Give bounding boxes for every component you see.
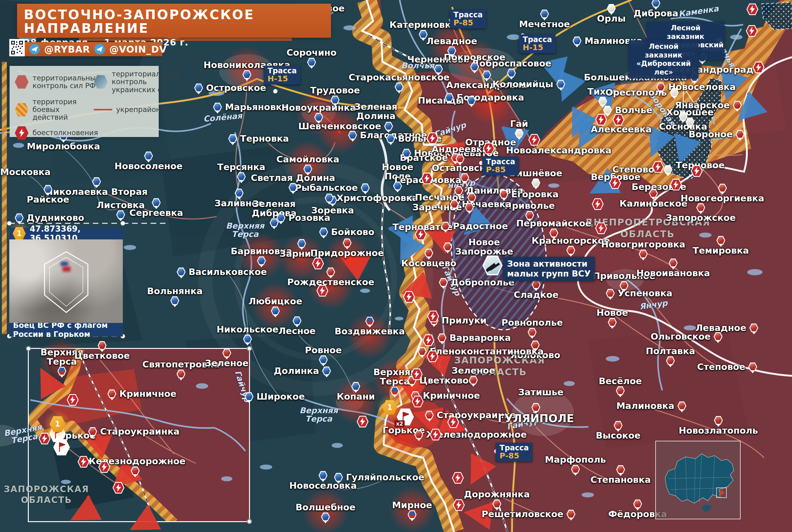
clash-icon: [452, 472, 464, 484]
town-marker-r: [566, 246, 576, 255]
town-label: Староукраинка: [100, 427, 180, 436]
town-marker-b: [331, 95, 340, 104]
town-label: Тихое: [587, 87, 618, 96]
town-marker-r: [616, 386, 625, 395]
town-label: Новое Запорожье: [455, 238, 513, 256]
clash-icon: [670, 178, 682, 191]
town-label: Прилуки: [441, 316, 487, 325]
photo-caption: Боец ВС РФ с флагом России в Горьком: [9, 323, 123, 337]
town-marker-b: [540, 9, 549, 19]
town-marker-r: [467, 193, 476, 202]
clash-icon: [528, 134, 541, 146]
town-label: Коломийцы: [492, 79, 553, 89]
town-label: Терновка: [240, 134, 289, 143]
town-label: Степовое: [697, 362, 745, 372]
clash-icon: [447, 416, 459, 429]
town-label: Мирное: [392, 500, 432, 510]
town-label: Полтавка: [646, 346, 695, 356]
town-marker-r: [735, 130, 745, 139]
rf-hex-icon: [15, 75, 29, 89]
town-label: Шевченковское: [298, 121, 381, 131]
town-marker-b: [402, 149, 411, 158]
clash-icon: [98, 461, 110, 473]
town-label: Христофоровка: [337, 193, 418, 203]
town-marker-b: [314, 113, 323, 122]
town-label: Любицкое: [248, 297, 302, 306]
town-marker-b: [322, 366, 331, 376]
town-label: Вороное: [689, 130, 733, 139]
town-label: Малиновка: [616, 401, 675, 411]
clash-icon: [691, 165, 703, 177]
town-marker-b: [170, 296, 180, 305]
qr-code: [9, 39, 25, 56]
fortified-line-icon: [94, 109, 112, 110]
town-marker-b: [419, 30, 428, 39]
town-marker-w: [598, 96, 607, 106]
telegram-icon: [94, 44, 105, 54]
town-marker-r: [342, 238, 352, 247]
clash-icon: [316, 285, 328, 297]
town-marker-r: [668, 258, 678, 268]
town-marker-b: [394, 82, 404, 92]
town-marker-b: [384, 121, 393, 131]
town-label: Весёлое: [599, 376, 642, 386]
town-marker-r: [443, 242, 452, 251]
town-label: Зеленая Диброва: [252, 199, 297, 218]
town-marker-r: [633, 499, 642, 509]
town-label: Затишье: [518, 387, 563, 397]
town-marker-b: [288, 183, 298, 192]
vsu-zone-callout: Зона активности малых групп ВСУ: [503, 257, 595, 281]
town-marker-r: [222, 348, 231, 358]
road-badge: ТрассаР-85: [450, 10, 486, 28]
town-label: Новогригоровка: [601, 240, 685, 249]
region-label: ЗАПОРОЖСКАЯ ОБЛАСТЬ: [4, 484, 89, 506]
town-label: Дудниково: [26, 213, 84, 222]
town-marker-r: [441, 222, 450, 231]
town-marker-b: [319, 227, 328, 236]
town-marker-r: [450, 200, 459, 209]
town-marker-r: [549, 228, 559, 238]
town-label: Цветковое: [419, 376, 475, 385]
town-label: Новоукраинка: [282, 103, 356, 112]
legend-item-rf: территориальный контроль сил РФ: [15, 70, 92, 94]
town-label: Вольнянка: [147, 286, 203, 296]
vsu-rifle-icon: [482, 255, 503, 276]
town-marker-r: [649, 189, 658, 198]
town-label: Зеленое: [452, 366, 495, 375]
town-marker-b: [244, 392, 254, 401]
town-label: Терсянка: [217, 163, 265, 172]
town-label: Ровное: [305, 345, 342, 355]
clash-icon: [612, 114, 625, 126]
town-marker-b: [334, 473, 343, 482]
flag-count: x2: [394, 420, 405, 427]
town-marker-b: [257, 256, 266, 265]
gorkoe-inset-badge: 1: [49, 416, 66, 432]
town-marker-r: [469, 376, 478, 385]
town-label: Никольское: [216, 325, 279, 334]
town-marker-br: [408, 510, 417, 519]
town-marker-b: [321, 512, 330, 521]
clash-icon: [421, 172, 433, 185]
clash-icon: [426, 350, 439, 362]
river-label: Верхняя Терса: [3, 423, 44, 446]
clash-icon: [422, 334, 435, 346]
town-label: Январское: [675, 100, 730, 110]
town-marker-b: [319, 355, 328, 364]
clash-icon: [412, 395, 424, 408]
town-label: Новоалександровка: [506, 146, 611, 155]
town-label: Алексеевка: [590, 125, 652, 134]
town-marker-w: [678, 112, 688, 121]
clash-icon: [411, 368, 423, 380]
town-label: Зеленая Долина: [354, 102, 397, 121]
telegram-icon: [30, 44, 40, 54]
town-label: Розовка: [288, 213, 331, 222]
town-marker-r: [414, 430, 423, 439]
gorkoe-main-badge: 1: [382, 400, 398, 415]
town-marker-b: [318, 471, 328, 480]
town-label: Гуляйпольское: [346, 473, 425, 482]
channel-handle-rybar: @RYBAR: [44, 44, 90, 55]
town-marker-b: [348, 131, 357, 140]
town-label: Марьяновка: [225, 102, 288, 112]
photo-header: 1 47.873369, 36.510310: [9, 228, 123, 240]
town-marker-b: [303, 164, 313, 173]
